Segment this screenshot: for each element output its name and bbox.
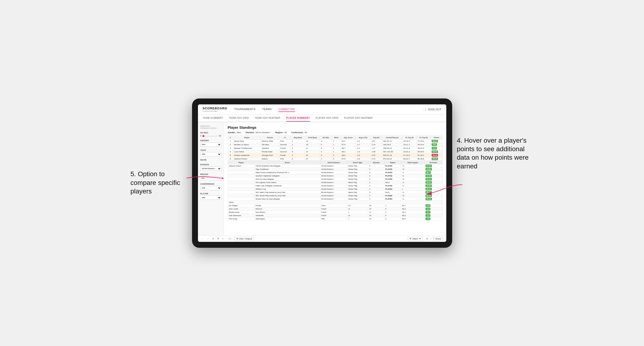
sub-table-row[interactable]: Wake Forest Invitational at Pinehurst No… [228, 171, 442, 174]
sub-row-type: 11 [347, 207, 368, 210]
bottom-toolbar: ← → ↺ ⧉ ↩ · 🕐 👁 View: Original 👁 Watch ▼… [198, 235, 446, 242]
row-yr: First [279, 157, 291, 161]
row-vs50: 17-23-0 [416, 139, 431, 143]
sub-row-player: Jackson Kolson [228, 164, 254, 168]
sub-row-points: 20.64 [424, 164, 442, 168]
sub-nav-player-h2h-heatmap[interactable]: PLAYER H2H HEATMAP [344, 115, 373, 122]
watch-icon: 👁 [410, 238, 412, 240]
table-row[interactable]: 4 Luke Claton Florida State Second 5 27 … [228, 150, 442, 154]
sub-row-rank-impact: +1 [401, 164, 424, 168]
table-row[interactable]: 1 Wenyi Ding Arizona State First 1 15 1 … [228, 139, 442, 143]
year-select[interactable]: (All) [200, 152, 221, 156]
sub-row-status: 0 [384, 207, 401, 210]
view-original-button[interactable]: 👁 View: Original [234, 237, 254, 241]
sub-row-player: Jack Lundin [228, 207, 254, 210]
update-time-value: 27/01/2024 16:56:26 [200, 127, 221, 129]
no-rds-label: No Rds. [200, 132, 221, 134]
sub-table-row[interactable]: Amer An Intercollegiate NCAA Division I … [228, 177, 442, 181]
row-vs25: 19-11-1 [402, 143, 416, 147]
sub-table-row[interactable]: Cole Sherwood Vanderbilt Fourth 12 24 0 … [228, 214, 442, 217]
sub-table-row[interactable]: Ian Gilligan Florida Third 10 24 1 68.7 … [228, 204, 442, 207]
row-num: 3 [228, 147, 233, 150]
filter-gender: Gender: Men [228, 131, 241, 134]
undo-button[interactable]: ↩ · [222, 238, 225, 240]
row-adj-score: 67.1 [341, 139, 356, 143]
sub-row-rounds: 24 [368, 204, 384, 207]
row-points[interactable]: 80.89 [431, 154, 442, 157]
share-button[interactable]: ⤴ Share [432, 237, 443, 241]
conference-select[interactable]: (All) [200, 186, 221, 190]
sub-nav-team-summary[interactable]: TEAM SUMMARY [203, 115, 224, 122]
sub-table-row[interactable]: Tiger Invitational NCAA Division I Strok… [228, 168, 442, 171]
row-record: 440-26-6 [382, 143, 402, 147]
table-row[interactable]: 3 Michael Thorbjornsen Stanford Fourth 1… [228, 147, 442, 150]
table-row[interactable]: 6 Jackson Kolson Auburn First 2 27 1 2 6… [228, 157, 442, 161]
nav-teams[interactable]: TEAMS [262, 107, 272, 112]
sub-row-division: NCAA Division I [320, 164, 347, 168]
sub-table-row[interactable]: Jackson Kolson UNCW Seahawk Intercollegi… [228, 164, 442, 168]
th-no-rds: No Rds. [320, 136, 332, 139]
sub-row-rounds: 3 [368, 187, 384, 190]
row-points[interactable]: 70.2 [431, 147, 442, 150]
sub-th-rounds: Rounds [368, 161, 384, 164]
forward-button[interactable]: → [207, 238, 209, 240]
sub-row-status: PLAYED [384, 184, 401, 187]
sub-table-row[interactable]: Williams Cup NCAA Division I Stroke Play… [228, 187, 442, 190]
filter-row: Gender: Men Division: NCAA Division I Re… [228, 131, 442, 134]
row-points[interactable]: 68.34 [431, 150, 442, 154]
sub-table-row[interactable]: SEC Stroke Play hosted by Jerry Pate NCA… [228, 194, 442, 197]
sub-row-event: Vanderbilt [254, 214, 320, 217]
back-button[interactable]: ← [201, 238, 204, 240]
view-icon: 👁 [236, 238, 238, 240]
nav-tournaments[interactable]: TOURNAMENTS [234, 107, 256, 112]
sub-row-status: PLAYED [384, 177, 401, 181]
row-wins: 1 [332, 147, 341, 150]
sub-table-row[interactable]: The Cypress Point Classic NCAA Division … [228, 181, 442, 184]
sub-nav-team-h2h-grid[interactable]: TEAM H2H GRID [229, 115, 249, 122]
sub-row-points: 57.57 [424, 177, 442, 181]
row-points[interactable]: 68.18 [431, 157, 442, 161]
sub-row-event: New Mexico [254, 210, 320, 214]
sign-out-button[interactable]: Sign out [428, 107, 441, 112]
sub-table-row[interactable]: Fallen Oak Collegiate Invitational NCAA … [228, 184, 442, 187]
division-select[interactable]: NCAA Division I [200, 167, 221, 171]
row-school: Arizona State [261, 139, 279, 143]
watch-button[interactable]: 👁 Watch ▼ [408, 237, 423, 241]
sub-row-event: Missouri [254, 207, 320, 210]
sub-row-status: PLAYED [384, 197, 401, 200]
sub-table-row[interactable]: Mirobel Maui Jin Intercollegiate NCAA Di… [228, 197, 442, 200]
sub-row-type: Stroke Play [347, 164, 368, 168]
gender-select[interactable]: Men [200, 142, 221, 147]
row-points[interactable]: 76.3 [431, 143, 442, 147]
nav-committee[interactable]: COMMITTEE [278, 107, 295, 112]
share-label: Share [435, 238, 441, 240]
sub-table-row[interactable]: Petr Hruby Washington Fifth 7 23 0 68.6 … [228, 217, 442, 220]
sub-row-player [228, 184, 254, 187]
row-points[interactable]: 88.27 [431, 139, 442, 143]
nav-separator: ⋮| [423, 108, 426, 111]
row-player: Jackson Kolson [233, 157, 261, 161]
refresh-button[interactable]: ↺ [212, 238, 214, 240]
table-row-highlighted[interactable]: 5 Christo Lamprecht Georgia Tech Fourth … [228, 154, 442, 157]
sub-row-rounds: 23 [368, 217, 384, 220]
sub-table-row[interactable]: Jack Lundin Missouri Fourth 11 24 0 68.5… [228, 207, 442, 210]
sub-table-row[interactable]: Bastien Amat New Mexico Fourth 1 27 2 69… [228, 210, 442, 214]
table-row[interactable]: 2 Michael La Sasso Ole Miss Second 1 18 … [228, 143, 442, 147]
row-player: Christo Lamprecht [233, 154, 261, 157]
sub-nav-player-summary[interactable]: PLAYER SUMMARY [286, 115, 310, 122]
row-yr: Fourth [279, 154, 291, 157]
th-reg-rank: Reg Rank [291, 136, 305, 139]
download-button[interactable]: ⬇ [426, 238, 428, 240]
year-label: Year [200, 149, 221, 151]
sub-table-row[interactable]: Southern Highlands Collegiate NCAA Divis… [228, 174, 442, 177]
row-no-rds: 2 [320, 150, 332, 154]
sub-nav-team-h2h-heatmap[interactable]: TEAM H2H HEATMAP [255, 115, 280, 122]
row-school: Georgia Tech [261, 154, 279, 157]
row-record: 547-142-38 [382, 150, 402, 154]
sub-table-row[interactable]: SEC Match Play hosted by Jerry Pate NCAA… [228, 190, 442, 194]
copy-button[interactable]: ⧉ [217, 237, 219, 240]
sub-nav-player-h2h-grid[interactable]: PLAYER H2H GRID [316, 115, 339, 122]
sub-row-type: Stroke Play [347, 168, 368, 171]
rds-slider[interactable] [202, 136, 218, 137]
player-select[interactable]: (All) [200, 195, 221, 200]
